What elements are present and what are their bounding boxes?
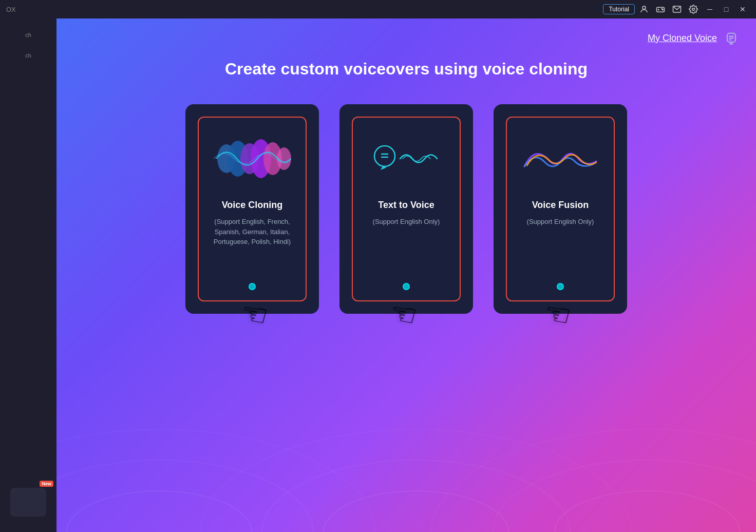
sidebar-item-1[interactable]: ch [0, 24, 56, 44]
svg-point-0 [642, 6, 646, 9]
content-header: My Cloned Voice [648, 29, 741, 47]
cursor-hand-1: ☞ [239, 297, 271, 331]
svg-point-5 [692, 8, 695, 11]
text-to-voice-title: Text to Voice [378, 200, 434, 211]
voice-fusion-card[interactable]: Voice Fusion (Support English Only) ☞ [494, 104, 627, 314]
voice-cloning-icon-area [211, 128, 293, 189]
cursor-hand-2: ☞ [388, 297, 419, 331]
sidebar: ch ch New [0, 18, 56, 532]
cards-row: Voice Cloning (Support English, French, … [185, 104, 627, 314]
close-button[interactable]: ✕ [735, 2, 750, 16]
touch-dot-1 [249, 283, 256, 290]
voice-fusion-subtitle: (Support English Only) [527, 217, 594, 227]
touch-dot-3 [557, 283, 564, 290]
main-title: Create custom voiceovers using voice clo… [225, 60, 588, 79]
minimize-button[interactable]: ─ [703, 2, 717, 16]
svg-point-3 [663, 9, 664, 10]
text-to-voice-icon-area [370, 128, 442, 189]
cloned-voice-link[interactable]: My Cloned Voice [648, 33, 717, 44]
new-badge: New [40, 481, 53, 487]
sidebar-label-2: ch [4, 52, 52, 59]
title-bar-left: OX [6, 6, 16, 13]
voice-cloning-inner: Voice Cloning (Support English, French, … [198, 117, 307, 301]
text-to-voice-inner: Text to Voice (Support English Only) [352, 117, 461, 301]
user-icon[interactable] [637, 2, 651, 16]
touch-dot-2 [403, 283, 410, 290]
voice-cloning-title: Voice Cloning [222, 200, 283, 211]
content-area: My Cloned Voice Create custom voiceovers… [56, 18, 756, 532]
title-bar-right: Tutorial ─ □ ✕ [603, 2, 750, 16]
voice-cloning-subtitle: (Support English, French, Spanish, Germa… [209, 217, 295, 247]
svg-point-20 [277, 147, 291, 170]
gamepad-icon[interactable] [653, 2, 668, 16]
main-layout: ch ch New [0, 18, 756, 532]
voice-fusion-title: Voice Fusion [532, 200, 589, 211]
svg-point-21 [374, 146, 395, 166]
mic-icon[interactable] [722, 29, 741, 47]
title-bar: OX Tutorial ─ □ ✕ [0, 0, 756, 18]
text-to-voice-subtitle: (Support English Only) [373, 217, 440, 227]
content-body: Create custom voiceovers using voice clo… [56, 18, 756, 532]
text-to-voice-card[interactable]: Text to Voice (Support English Only) ☞ [339, 104, 473, 314]
mail-icon[interactable] [670, 2, 684, 16]
voice-fusion-inner: Voice Fusion (Support English Only) [506, 117, 615, 301]
sidebar-label-1: ch [4, 32, 52, 38]
tutorial-button[interactable]: Tutorial [603, 4, 635, 14]
sidebar-new-item[interactable] [10, 488, 46, 517]
maximize-button[interactable]: □ [719, 2, 733, 16]
voice-cloning-card[interactable]: Voice Cloning (Support English, French, … [185, 104, 319, 314]
cursor-hand-3: ☞ [542, 297, 573, 331]
settings-icon[interactable] [686, 2, 701, 16]
sidebar-item-new[interactable]: New [0, 478, 56, 527]
voice-fusion-icon-area [519, 128, 601, 189]
sidebar-item-2[interactable]: ch [0, 44, 56, 65]
app-title: OX [6, 6, 16, 13]
